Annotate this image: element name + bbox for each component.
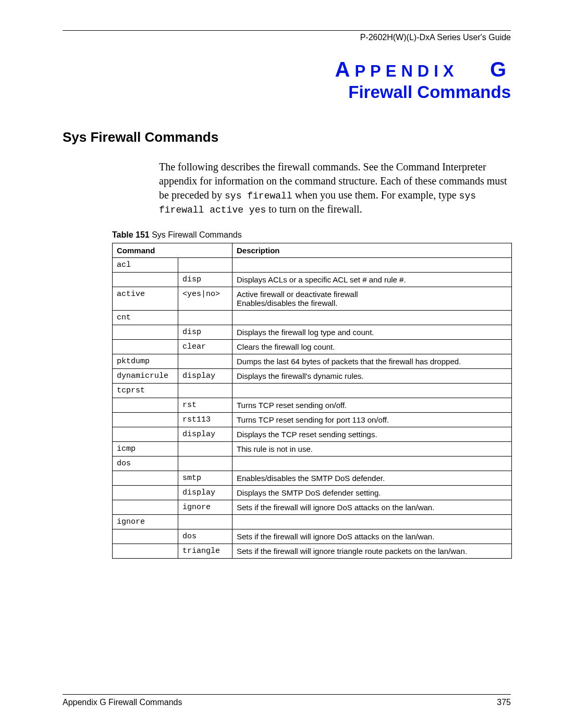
cmd-c2: disp bbox=[178, 325, 232, 339]
cmd-c1: icmp bbox=[113, 441, 178, 456]
table-row: active<yes|no>Active firewall or deactiv… bbox=[113, 287, 512, 310]
table-row: dos bbox=[113, 456, 512, 471]
cmd-desc: Displays the firewall's dynamic rules. bbox=[232, 368, 512, 383]
appendix-spacer bbox=[459, 58, 490, 81]
table-row: dynamicruledisplayDisplays the firewall'… bbox=[113, 368, 512, 383]
cmd-c2: ignore bbox=[178, 500, 232, 514]
cmd-c2: clear bbox=[178, 339, 232, 354]
cmd-c1 bbox=[113, 339, 178, 354]
cmd-c2 bbox=[178, 310, 232, 325]
commands-table: Command Description acl dispDisplays ACL… bbox=[112, 243, 512, 559]
footer-rule bbox=[63, 694, 511, 695]
cmd-desc: Turns TCP reset sending for port 113 on/… bbox=[232, 412, 512, 427]
cmd-c1: tcprst bbox=[113, 383, 178, 398]
cmd-c1: dos bbox=[113, 456, 178, 471]
cmd-desc: Active firewall or deactivate firewallEn… bbox=[232, 287, 512, 310]
cmd-c2: display bbox=[178, 368, 232, 383]
cmd-desc: Sets if the firewall will ignore triangl… bbox=[232, 544, 512, 558]
section-heading: Sys Firewall Commands bbox=[63, 129, 511, 145]
body-t3: to turn on the firewall. bbox=[266, 203, 362, 215]
appendix-label: APPENDIX G bbox=[63, 58, 511, 81]
table-row: pktdumpDumps the last 64 bytes of packet… bbox=[113, 354, 512, 368]
cmd-c2: triangle bbox=[178, 544, 232, 558]
footer-left: Appendix G Firewall Commands bbox=[63, 698, 182, 707]
cmd-desc bbox=[232, 257, 512, 272]
table-caption-bold: Table 151 bbox=[112, 230, 150, 239]
table-row: tcprst bbox=[113, 383, 512, 398]
cmd-desc bbox=[232, 310, 512, 325]
cmd-desc bbox=[232, 456, 512, 471]
cmd-c2: dos bbox=[178, 529, 232, 544]
body-m1: sys firewall bbox=[225, 191, 292, 201]
cmd-c2 bbox=[178, 514, 232, 529]
table-row: rstTurns TCP reset sending on/off. bbox=[113, 398, 512, 412]
cmd-c1 bbox=[113, 544, 178, 558]
table-header-row: Command Description bbox=[113, 243, 512, 257]
table-row: clearClears the firewall log count. bbox=[113, 339, 512, 354]
cmd-desc: Dumps the last 64 bytes of packets that … bbox=[232, 354, 512, 368]
cmd-desc: Clears the firewall log count. bbox=[232, 339, 512, 354]
cmd-c1: ignore bbox=[113, 514, 178, 529]
cmd-c1 bbox=[113, 427, 178, 441]
page-container: P-2602H(W)(L)-DxA Series User's Guide AP… bbox=[0, 0, 563, 579]
table-row: ignoreSets if the firewall will ignore D… bbox=[113, 500, 512, 514]
th-command: Command bbox=[113, 243, 232, 257]
table-row: rst113Turns TCP reset sending for port 1… bbox=[113, 412, 512, 427]
cmd-c2 bbox=[178, 257, 232, 272]
cmd-c1: pktdump bbox=[113, 354, 178, 368]
table-row: acl bbox=[113, 257, 512, 272]
cmd-c2: display bbox=[178, 427, 232, 441]
table-row: smtpEnables/disables the SMTP DoS defend… bbox=[113, 471, 512, 485]
document-header: P-2602H(W)(L)-DxA Series User's Guide bbox=[63, 33, 511, 42]
cmd-c2: display bbox=[178, 485, 232, 500]
header-rule bbox=[63, 30, 511, 31]
cmd-desc: Turns TCP reset sending on/off. bbox=[232, 398, 512, 412]
cmd-desc: Sets if the firewall will ignore DoS att… bbox=[232, 500, 512, 514]
cmd-c2: <yes|no> bbox=[178, 287, 232, 310]
table-row: triangleSets if the firewall will ignore… bbox=[113, 544, 512, 558]
appendix-rest: PPENDIX bbox=[354, 62, 458, 80]
table-row: displayDisplays the SMTP DoS defender se… bbox=[113, 485, 512, 500]
cmd-c2 bbox=[178, 456, 232, 471]
cmd-desc: Displays the SMTP DoS defender setting. bbox=[232, 485, 512, 500]
cmd-c1 bbox=[113, 412, 178, 427]
cmd-desc bbox=[232, 383, 512, 398]
cmd-c1 bbox=[113, 398, 178, 412]
cmd-desc: Sets if the firewall will ignore DoS att… bbox=[232, 529, 512, 544]
appendix-prefix: A bbox=[335, 58, 355, 81]
cmd-c2: disp bbox=[178, 272, 232, 287]
cmd-c1 bbox=[113, 485, 178, 500]
table-row: icmpThis rule is not in use. bbox=[113, 441, 512, 456]
cmd-c1: active bbox=[113, 287, 178, 310]
table-row: dispDisplays ACLs or a specific ACL set … bbox=[113, 272, 512, 287]
cmd-c1: dynamicrule bbox=[113, 368, 178, 383]
page-footer: Appendix G Firewall Commands 375 bbox=[63, 694, 511, 707]
cmd-c1 bbox=[113, 529, 178, 544]
footer-row: Appendix G Firewall Commands 375 bbox=[63, 698, 511, 707]
cmd-c2: smtp bbox=[178, 471, 232, 485]
table-row: dosSets if the firewall will ignore DoS … bbox=[113, 529, 512, 544]
table-caption: Table 151 Sys Firewall Commands bbox=[112, 230, 511, 240]
cmd-c1 bbox=[113, 500, 178, 514]
appendix-suffix: G bbox=[490, 58, 511, 81]
cmd-c1: acl bbox=[113, 257, 178, 272]
cmd-c1 bbox=[113, 471, 178, 485]
cmd-c2 bbox=[178, 441, 232, 456]
footer-page-number: 375 bbox=[497, 698, 511, 707]
cmd-desc: Enables/disables the SMTP DoS defender. bbox=[232, 471, 512, 485]
cmd-desc bbox=[232, 514, 512, 529]
cmd-c1 bbox=[113, 272, 178, 287]
cmd-desc: Displays the TCP reset sending settings. bbox=[232, 427, 512, 441]
body-t2: when you use them. For example, type bbox=[292, 189, 459, 201]
table-row: cnt bbox=[113, 310, 512, 325]
cmd-desc: This rule is not in use. bbox=[232, 441, 512, 456]
cmd-c2 bbox=[178, 383, 232, 398]
table-row: displayDisplays the TCP reset sending se… bbox=[113, 427, 512, 441]
appendix-title: Firewall Commands bbox=[63, 82, 511, 102]
table-row: dispDisplays the firewall log type and c… bbox=[113, 325, 512, 339]
cmd-c1 bbox=[113, 325, 178, 339]
cmd-c2 bbox=[178, 354, 232, 368]
intro-paragraph: The following describes the firewall com… bbox=[159, 160, 511, 217]
table-body: acl dispDisplays ACLs or a specific ACL … bbox=[113, 257, 512, 558]
table-row: ignore bbox=[113, 514, 512, 529]
